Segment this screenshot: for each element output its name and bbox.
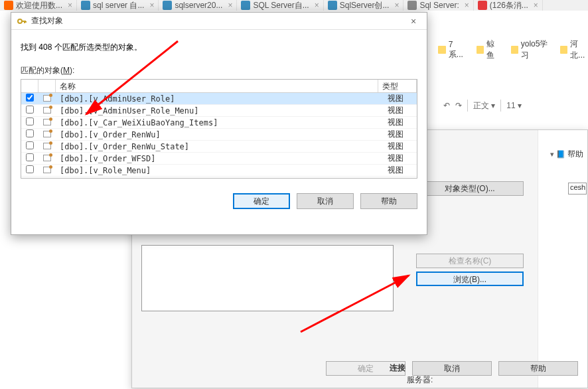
table-row[interactable]: [dbo].[v_AdminUser_Role_Menu]视图 [21, 105, 417, 117]
object-type: 视图 [384, 117, 417, 128]
row-checkbox[interactable] [26, 165, 34, 173]
favicon-icon [81, 1, 90, 10]
font-size-dropdown[interactable]: 11 ▾ [506, 101, 522, 110]
view-icon [43, 131, 51, 137]
tab-label: sql server 自... [93, 0, 144, 11]
table-row[interactable]: [dbo].[v_AdminUser_Role]视图 [21, 93, 417, 105]
schema-name-field[interactable]: cesh [568, 183, 587, 194]
help-panel-label[interactable]: 📘 帮助 [550, 149, 583, 160]
close-icon[interactable]: × [149, 1, 154, 10]
object-name: [dbo].[v_AdminUser_Role_Menu] [56, 106, 384, 116]
row-checkbox[interactable] [26, 106, 34, 114]
browser-tab[interactable]: SQL Server自...× [237, 0, 323, 11]
table-row[interactable]: [dbo].[v_Order_RenWu]视图 [21, 129, 417, 141]
check-names-button[interactable]: 检查名称(C) [416, 254, 524, 268]
cancel-button[interactable]: 取消 [412, 361, 492, 376]
view-icon [43, 107, 51, 114]
bookmark-label: 河北... [570, 39, 588, 61]
help-button[interactable]: 帮助 [360, 193, 417, 209]
folder-icon [438, 46, 446, 54]
browse-button[interactable]: 浏览(B)... [416, 272, 524, 286]
close-icon[interactable]: × [465, 1, 469, 10]
tab-label: 欢迎使用数... [16, 0, 62, 11]
browser-tab[interactable]: sqlserver20...× [159, 0, 237, 11]
browser-tab[interactable]: Sql Server:× [404, 0, 473, 11]
object-type: 视图 [384, 105, 417, 116]
cancel-button[interactable]: 取消 [297, 193, 354, 209]
undo-icon[interactable]: ↶ [443, 101, 450, 110]
key-icon [17, 16, 27, 27]
object-type-button[interactable]: 对象类型(O)... [416, 181, 524, 196]
bookmark-item[interactable]: 鲸鱼 [477, 39, 499, 61]
folder-icon [560, 46, 567, 54]
editor-toolbar: ↶ ↷ 正文 ▾ 11 ▾ [443, 100, 522, 112]
header-checkbox [21, 80, 38, 92]
view-icon [43, 167, 51, 173]
favicon-icon [163, 1, 172, 10]
toolbar-separator [467, 100, 468, 112]
object-names-textarea[interactable] [141, 245, 394, 311]
style-dropdown[interactable]: 正文 ▾ [473, 100, 495, 112]
close-icon[interactable]: × [405, 16, 421, 27]
dialog-buttons: 确定 取消 帮助 [132, 361, 587, 376]
browser-tab[interactable]: (126条消...× [474, 0, 543, 11]
object-name: [dbo].[v_Role_Menu] [56, 166, 384, 175]
header-type[interactable]: 类型 [378, 80, 417, 92]
tab-label: SqlServer创... [340, 0, 390, 11]
browser-tab[interactable]: 欢迎使用数...× [0, 0, 77, 11]
row-checkbox[interactable] [26, 141, 34, 149]
row-checkbox[interactable] [26, 129, 34, 137]
table-row[interactable]: [dbo].[v_Order_RenWu_State]视图 [21, 141, 417, 153]
table-body[interactable]: [dbo].[v_AdminUser_Role]视图[dbo].[v_Admin… [21, 93, 417, 178]
row-checkbox[interactable] [26, 117, 34, 125]
bookmark-item[interactable]: yolo5学习 [511, 39, 549, 61]
object-type: 视图 [384, 141, 417, 152]
redo-icon[interactable]: ↷ [455, 101, 462, 110]
object-name: [dbo].[v_Order_RenWu_State] [56, 142, 384, 151]
close-icon[interactable]: × [315, 1, 319, 10]
objects-table: 名称 类型 [dbo].[v_AdminUser_Role]视图[dbo].[v… [21, 79, 417, 179]
view-icon [43, 95, 51, 102]
table-header: 名称 类型 [21, 80, 417, 93]
object-name: [dbo].[v_Car_WeiXiuBaoYang_Items] [56, 118, 384, 127]
bookmark-bar: 7系...鲸鱼yolo5学习河北... [438, 39, 588, 61]
server-label: 服务器: [407, 374, 433, 386]
header-name[interactable]: 名称 [56, 80, 378, 92]
browser-tab[interactable]: SqlServer创...× [324, 0, 404, 11]
table-row[interactable]: [dbo].[v_Car_WeiXiuBaoYang_Items]视图 [21, 117, 417, 129]
tab-label: sqlserver20... [175, 1, 222, 10]
browser-tab[interactable]: sql server 自...× [77, 0, 159, 11]
favicon-icon [407, 1, 417, 10]
close-icon[interactable]: × [68, 1, 72, 10]
view-icon [43, 155, 51, 161]
row-checkbox[interactable] [26, 94, 34, 102]
bookmark-item[interactable]: 河北... [560, 39, 588, 61]
bookmark-label: yolo5学习 [521, 39, 549, 61]
view-icon [43, 119, 51, 125]
favicon-icon [478, 1, 487, 10]
ok-button[interactable]: 确定 [233, 193, 290, 209]
help-button[interactable]: 帮助 [498, 361, 578, 376]
object-name: [dbo].[v_Order_RenWu] [56, 130, 384, 139]
tab-label: (126条消... [490, 0, 528, 11]
object-name: [dbo].[v_AdminUser_Role] [56, 94, 384, 104]
folder-icon [511, 46, 518, 54]
object-name: [dbo].[v_Order_WFSD] [56, 154, 384, 163]
view-icon [43, 143, 51, 149]
bookmark-item[interactable]: 7系... [438, 39, 465, 61]
object-type: 视图 [384, 93, 417, 104]
svg-point-0 [18, 19, 22, 23]
dialog-title: 查找对象 [31, 15, 405, 27]
titlebar: 查找对象 × [11, 13, 427, 30]
favicon-icon [328, 1, 337, 10]
table-row[interactable]: [dbo].[v_Order_WFSD]视图 [21, 153, 417, 165]
tab-label: SQL Server自... [253, 0, 309, 11]
toolbar-separator [500, 100, 501, 112]
close-icon[interactable]: × [394, 1, 399, 10]
close-icon[interactable]: × [228, 1, 232, 10]
close-icon[interactable]: × [534, 1, 538, 10]
dialog-buttons: 确定 取消 帮助 [11, 185, 427, 209]
header-icon [38, 80, 56, 92]
table-row[interactable]: [dbo].[v_Role_Menu]视图 [21, 165, 417, 177]
row-checkbox[interactable] [26, 153, 34, 161]
